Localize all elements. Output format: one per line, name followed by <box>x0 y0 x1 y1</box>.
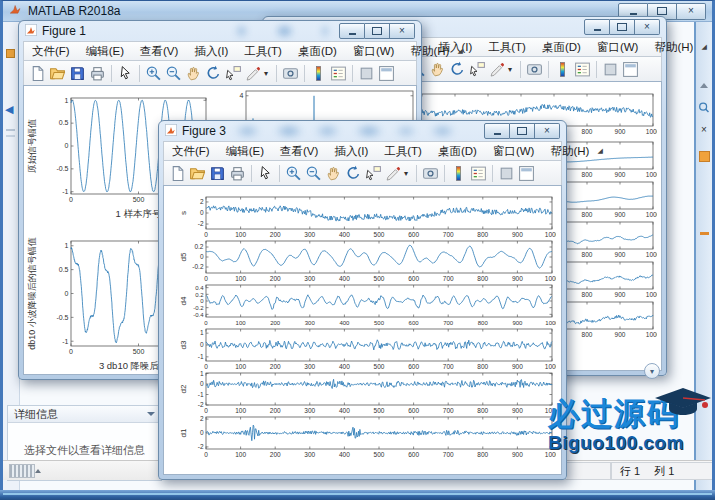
toolbar-separator <box>520 61 521 78</box>
brush-dropdown-icon[interactable]: ▾ <box>508 65 516 74</box>
svg-text:500: 500 <box>133 196 145 203</box>
link-plots-icon[interactable] <box>421 164 440 183</box>
plot-fig3-d2[interactable]: 0100200300400500600700800900100010-1-2d2 <box>176 368 556 416</box>
dock-figure-icon[interactable] <box>517 164 536 183</box>
figure1-close-button[interactable]: × <box>390 23 415 39</box>
menu-item-d[interactable]: 桌面(D) <box>430 144 485 159</box>
insert-colorbar-icon[interactable] <box>449 164 468 183</box>
menu-item-h[interactable]: 帮助(H) <box>646 40 701 55</box>
menu-item-w[interactable]: 窗口(W) <box>589 40 647 55</box>
arrow-cursor-icon[interactable] <box>256 164 275 183</box>
pan-hand-icon[interactable] <box>184 64 203 83</box>
zoom-in-icon[interactable] <box>144 64 163 83</box>
figure3-minimize-button[interactable] <box>484 123 510 139</box>
menu-item-w[interactable]: 窗口(W) <box>345 44 403 59</box>
figure2-close-button[interactable]: × <box>635 19 660 35</box>
brush-icon[interactable] <box>244 64 263 83</box>
menu-item-e[interactable]: 编辑(E) <box>218 144 272 159</box>
pan-hand-icon[interactable] <box>428 60 447 79</box>
plot-fig3-d5[interactable]: 010020030040050060070080090010000.20-0.2… <box>176 236 556 284</box>
data-cursor-icon[interactable] <box>364 164 383 183</box>
new-document-icon[interactable] <box>168 164 187 183</box>
menu-pin-icon[interactable]: ◢ <box>701 43 711 51</box>
menu-item-v[interactable]: 查看(V) <box>272 144 326 159</box>
insert-colorbar-icon[interactable] <box>309 64 328 83</box>
panel-toggle-button[interactable]: ▾ <box>644 363 660 379</box>
zoom-in-icon[interactable] <box>284 164 303 183</box>
figure2-minimize-button[interactable] <box>584 19 610 35</box>
save-icon[interactable] <box>68 64 87 83</box>
zoom-out-icon[interactable] <box>304 164 323 183</box>
menu-item-d[interactable]: 桌面(D) <box>290 44 345 59</box>
chevron-down-icon[interactable] <box>147 412 155 416</box>
brush-dropdown-icon[interactable]: ▾ <box>404 169 412 178</box>
svg-text:-0.5: -0.5 <box>56 165 68 172</box>
rotate-3d-icon[interactable] <box>344 164 363 183</box>
scroll-up-icon[interactable] <box>700 83 708 88</box>
menu-item-e[interactable]: 编辑(E) <box>78 44 132 59</box>
search-icon[interactable] <box>698 100 710 118</box>
menu-item-d[interactable]: 桌面(D) <box>534 40 589 55</box>
figure3-titlebar[interactable]: Figure 3× <box>159 121 566 141</box>
plot-fig3-d1[interactable]: 0100200300400500600700800900100020-2d1 <box>176 412 556 460</box>
menu-item-v[interactable]: 查看(V) <box>132 44 186 59</box>
brush-icon[interactable] <box>488 60 507 79</box>
zoom-out-icon[interactable] <box>164 64 183 83</box>
arrow-cursor-icon[interactable] <box>116 64 135 83</box>
dock-minimize-icon[interactable] <box>601 60 620 79</box>
figure1-maximize-button[interactable] <box>365 23 390 39</box>
save-icon[interactable] <box>208 164 227 183</box>
menu-item-h[interactable]: 帮助(H) <box>542 144 597 159</box>
menu-item-h[interactable]: 帮助(H) <box>402 44 457 59</box>
insert-legend-icon[interactable] <box>469 164 488 183</box>
link-plots-icon[interactable] <box>525 60 544 79</box>
close-panel-icon[interactable]: × <box>701 124 707 135</box>
plot-fig3-d3[interactable]: 0100200300400500600700800900100010-1d3 <box>176 324 556 372</box>
figure3-maximize-button[interactable] <box>510 123 535 139</box>
menu-item-t[interactable]: 工具(T) <box>236 44 290 59</box>
marker-dash-icon <box>700 232 709 235</box>
pan-hand-icon[interactable] <box>324 164 343 183</box>
print-icon[interactable] <box>88 64 107 83</box>
print-icon[interactable] <box>228 164 247 183</box>
data-cursor-icon[interactable] <box>224 64 243 83</box>
insert-colorbar-icon[interactable] <box>553 60 572 79</box>
insert-legend-icon[interactable] <box>573 60 592 79</box>
figure1-titlebar[interactable]: Figure 1× <box>19 21 421 41</box>
menu-pin-icon[interactable]: ◢ <box>597 147 607 155</box>
dock-figure-icon[interactable] <box>377 64 396 83</box>
menu-item-t[interactable]: 工具(T) <box>376 144 430 159</box>
folder-mini-icon <box>6 49 15 58</box>
insert-legend-icon[interactable] <box>329 64 348 83</box>
statusbar-grip[interactable] <box>9 464 35 478</box>
matlab-close-button[interactable]: × <box>677 3 706 20</box>
menu-item-i[interactable]: 插入(I) <box>326 144 376 159</box>
dock-minimize-icon[interactable] <box>497 164 516 183</box>
menu-item-f[interactable]: 文件(F) <box>24 44 78 59</box>
dock-figure-icon[interactable] <box>621 60 640 79</box>
brush-icon[interactable] <box>384 164 403 183</box>
brush-dropdown-icon[interactable]: ▾ <box>264 69 272 78</box>
plot-fig3-d4[interactable]: 010020030040050060070080090010000.40.20-… <box>176 280 556 328</box>
figure1-minimize-button[interactable] <box>339 23 365 39</box>
dock-minimize-icon[interactable] <box>357 64 376 83</box>
menu-item-t[interactable]: 工具(T) <box>480 40 534 55</box>
link-plots-icon[interactable] <box>281 64 300 83</box>
menu-item-i[interactable]: 插入(I) <box>186 44 236 59</box>
menu-item-f[interactable]: 文件(F) <box>164 144 218 159</box>
rotate-3d-icon[interactable] <box>448 60 467 79</box>
menu-pin-icon[interactable]: ◢ <box>457 47 467 55</box>
figure3-close-button[interactable]: × <box>535 123 560 139</box>
figure3-window-controls: × <box>484 123 560 139</box>
variable-icon[interactable] <box>699 151 710 162</box>
new-document-icon[interactable] <box>28 64 47 83</box>
menu-item-w[interactable]: 窗口(W) <box>485 144 543 159</box>
rotate-3d-icon[interactable] <box>204 64 223 83</box>
data-cursor-icon[interactable] <box>468 60 487 79</box>
plot-fig3-s[interactable]: 0100200300400500600700800900100020-2s <box>176 192 556 240</box>
open-folder-icon[interactable] <box>48 64 67 83</box>
back-arrow-icon[interactable]: ◀ <box>5 103 13 116</box>
figure2-maximize-button[interactable] <box>610 19 635 35</box>
open-folder-icon[interactable] <box>188 164 207 183</box>
details-panel-header[interactable]: 详细信息 <box>8 406 161 423</box>
